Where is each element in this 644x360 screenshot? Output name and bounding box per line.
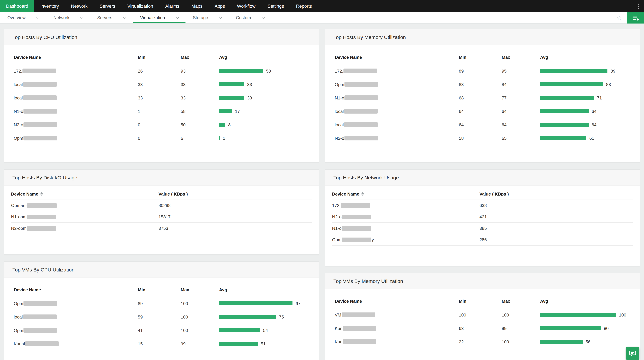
table-row[interactable]: 172.899589 — [335, 64, 630, 78]
dashboard-tab-virtualization[interactable]: Virtualization — [133, 12, 185, 23]
table-row[interactable]: Kunal159951 — [14, 337, 309, 350]
device-name[interactable]: N2-o — [335, 136, 459, 141]
device-name[interactable]: Opmy — [332, 237, 480, 242]
min-value: 33 — [138, 82, 180, 87]
device-name[interactable]: N2-opm — [11, 226, 158, 231]
device-name[interactable]: Opman- — [11, 203, 158, 208]
table-row[interactable]: Opman-80298 — [11, 200, 312, 211]
device-name[interactable]: local — [335, 122, 459, 127]
min-value: 89 — [138, 301, 180, 306]
table-header-row: Device Name Min Max Avg — [335, 50, 630, 64]
table-row[interactable]: local646464 — [335, 104, 630, 118]
top-nav-item-reports[interactable]: Reports — [290, 0, 318, 12]
top-nav-item-alarms[interactable]: Alarms — [159, 0, 185, 12]
device-name[interactable]: VM — [335, 312, 459, 317]
table-row[interactable]: N2-o586561 — [335, 131, 630, 145]
device-name[interactable]: Opm — [335, 82, 459, 87]
device-name[interactable]: Opm — [14, 136, 138, 141]
top-nav-item-servers[interactable]: Servers — [94, 0, 121, 12]
chevron-down-icon[interactable] — [80, 16, 84, 19]
redacted-device-name — [24, 109, 57, 114]
table-row[interactable]: 172.269358 — [14, 64, 309, 78]
device-name[interactable]: 172. — [14, 68, 138, 73]
device-name[interactable]: Kunal — [14, 341, 138, 346]
device-name-text: local — [14, 95, 23, 100]
chevron-down-icon[interactable] — [219, 16, 222, 19]
device-name[interactable]: N1-o — [332, 226, 480, 231]
device-name[interactable]: N1-o — [14, 109, 138, 114]
avg-cell: 56 — [540, 339, 630, 344]
avg-cell: 54 — [219, 328, 309, 333]
dashboard-tab-network[interactable]: Network — [46, 12, 90, 23]
dashboard-tab-overview[interactable]: Overview — [0, 12, 46, 23]
table-row[interactable]: local5910075 — [14, 310, 309, 323]
column-header-device-name[interactable]: Device Name — [11, 192, 158, 197]
max-value: 99 — [181, 341, 219, 346]
device-name[interactable]: N1-opm — [11, 214, 158, 219]
table-row[interactable]: Opm061 — [14, 131, 309, 145]
device-name-text: Opm — [14, 328, 23, 333]
table-row[interactable]: N1-opm15817 — [11, 211, 312, 223]
favorite-star-icon[interactable]: ☆ — [616, 15, 622, 21]
dashboard-tab-storage[interactable]: Storage — [186, 12, 228, 23]
device-name[interactable]: local — [14, 95, 138, 100]
table-row[interactable]: Opm8910097 — [14, 297, 309, 310]
table-row[interactable]: Kun2210056 — [335, 335, 630, 348]
chevron-down-icon[interactable] — [262, 16, 265, 19]
dashboard-tab-servers[interactable]: Servers — [90, 12, 133, 23]
table-row[interactable]: 172.638 — [332, 200, 633, 211]
table-row[interactable]: local333333 — [14, 91, 309, 104]
device-name[interactable]: Kun — [335, 326, 459, 331]
table-row[interactable]: N1-o687771 — [335, 91, 630, 104]
top-nav-item-network[interactable]: Network — [65, 0, 94, 12]
table-row[interactable]: Opm4110054 — [14, 323, 309, 337]
table-row[interactable]: Opm838483 — [335, 78, 630, 91]
table-row[interactable]: local646464 — [335, 118, 630, 131]
dashboard-tab-custom[interactable]: Custom — [228, 12, 272, 23]
device-name[interactable]: local — [14, 314, 138, 319]
kebab-menu-icon[interactable] — [632, 0, 644, 12]
redacted-device-name — [27, 215, 56, 219]
top-nav-item-dashboard[interactable]: Dashboard — [0, 0, 34, 12]
table-row[interactable]: N2-opm3753 — [11, 223, 312, 234]
table-row[interactable]: Opmy286 — [332, 234, 633, 246]
top-nav-item-virtualization[interactable]: Virtualization — [121, 0, 159, 12]
device-name[interactable]: N2-o — [332, 214, 480, 219]
table-row[interactable]: Kun639980 — [335, 321, 630, 335]
column-header-avg: Avg — [219, 55, 309, 60]
top-nav-item-apps[interactable]: Apps — [208, 0, 231, 12]
device-name[interactable]: Opm — [14, 328, 138, 333]
avg-bar — [219, 109, 232, 113]
device-name[interactable]: local — [14, 82, 138, 87]
column-header-device-name[interactable]: Device Name — [332, 192, 480, 197]
top-nav-item-workflow[interactable]: Workflow — [231, 0, 262, 12]
chevron-down-icon[interactable] — [36, 16, 40, 19]
dashboard-tab-label: Overview — [8, 15, 26, 20]
top-nav-item-settings[interactable]: Settings — [262, 0, 290, 12]
widget-title: Top Hosts By CPU Utilization — [12, 34, 77, 40]
device-name[interactable]: Opm — [14, 301, 138, 306]
device-name[interactable]: Kun — [335, 339, 459, 344]
top-nav-item-inventory[interactable]: Inventory — [34, 0, 65, 12]
table-row[interactable]: N2-o421 — [332, 211, 633, 223]
device-name[interactable]: N1-o — [335, 95, 459, 100]
chevron-down-icon[interactable] — [176, 16, 179, 19]
chevron-down-icon[interactable] — [123, 16, 126, 19]
top-nav-item-maps[interactable]: Maps — [185, 0, 208, 12]
device-name[interactable]: 172. — [332, 203, 480, 208]
table-row[interactable]: N1-o385 — [332, 223, 633, 234]
table-row[interactable]: N2-o0508 — [14, 118, 309, 131]
column-header-max: Max — [502, 298, 540, 304]
table-body: VM100100100Kun639980Kun2210056 — [335, 308, 630, 348]
table-header-row: Device Name Min Max Avg — [14, 50, 309, 64]
device-name-text: 172. — [335, 68, 343, 73]
redacted-device-name — [342, 312, 375, 317]
table-row[interactable]: VM100100100 — [335, 308, 630, 321]
device-name[interactable]: N2-o — [14, 122, 138, 127]
support-chat-button[interactable] — [626, 347, 639, 360]
table-row[interactable]: local333333 — [14, 78, 309, 91]
device-name[interactable]: 172. — [335, 68, 459, 73]
table-row[interactable]: N1-o15817 — [14, 104, 309, 118]
device-name[interactable]: local — [335, 109, 459, 114]
dashboard-menu-add-button[interactable] — [627, 12, 644, 23]
